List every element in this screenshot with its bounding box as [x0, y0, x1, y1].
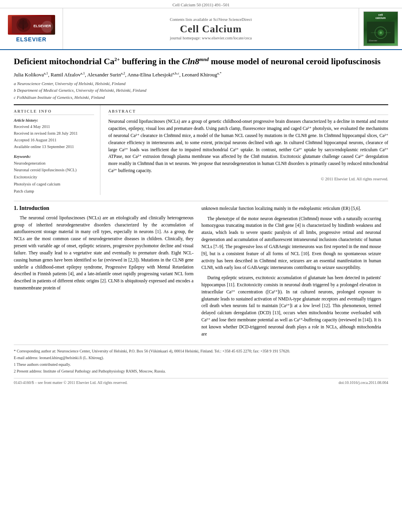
cover-title: cellcalcium [375, 13, 385, 20]
abstract-header: ABSTRACT [108, 109, 388, 115]
footnote-2: 1 These authors contributed equally. [14, 361, 388, 367]
affiliation-b: b Department of Medical Genetics, Univer… [14, 87, 388, 94]
article-container: Deficient mitochondrial Ca2+ buffering i… [0, 50, 402, 391]
affiliation-c: c Folkhälsan Institute of Genetics, Hels… [14, 94, 388, 101]
main-body: 1. Introduction The neuronal ceroid lipo… [14, 201, 388, 341]
abstract-column: ABSTRACT Neuronal ceroid lipofuscinoses … [108, 105, 388, 195]
affiliations: a Neuroscience Center, University of Hel… [14, 80, 388, 101]
keyword-3: Excitotoxicity [14, 174, 94, 181]
footnote-email: E-mail address: leonard.khirug@helsinki.… [14, 355, 388, 361]
received-revised-date: Received in revised form 28 July 2011 [14, 130, 94, 137]
citation-text: Cell Calcium 50 (2011) 491–501 [172, 2, 230, 7]
svg-point-4 [18, 21, 28, 29]
elsevier-logo-section: ELSEVIER ELSEVIER [0, 8, 63, 49]
keyword-4: Photolysis of caged calcium [14, 181, 94, 188]
keyword-2: Neuronal ceroid lipofuscinosis (NCL) [14, 167, 94, 174]
available-online-date: Available online 13 September 2011 [14, 144, 94, 150]
svg-text:ELSEVIER: ELSEVIER [33, 24, 51, 28]
keyword-5: Patch clamp [14, 188, 94, 195]
body-left-column: 1. Introduction The neuronal ceroid lipo… [14, 205, 193, 341]
journal-cover-image: cellcalcium Elsevier [363, 11, 398, 46]
journal-title-section: Contents lists available at SciVerse Sci… [63, 8, 359, 49]
sciverse-text: Contents lists available at SciVerse Sci… [170, 17, 252, 22]
received-date: Received 4 May 2011 [14, 124, 94, 130]
article-info-column: ARTICLE INFO Article history: Received 4… [14, 105, 100, 195]
top-citation-bar: Cell Calcium 50 (2011) 491–501 [0, 0, 402, 8]
footnote-3: 2 Present address: Institute of General … [14, 368, 388, 374]
intro-paragraph-1: The neuronal ceroid lipofuscinoses (NCLs… [14, 215, 193, 292]
footnotes-section: * Corresponding author at: Neuroscience … [14, 345, 388, 374]
copyright-line: © 2011 Elsevier Ltd. All rights reserved… [108, 177, 388, 181]
keywords-section: Keywords: Neurodegeneration Neuronal cer… [14, 154, 94, 195]
footnote-1: * Corresponding author at: Neuroscience … [14, 348, 388, 354]
svg-point-9 [380, 32, 382, 34]
journal-homepage: journal homepage: www.elsevier.com/locat… [170, 36, 252, 40]
article-info-abstract: ARTICLE INFO Article history: Received 4… [14, 104, 388, 195]
journal-header: ELSEVIER ELSEVIER Contents lists availab… [0, 8, 402, 50]
journal-title: Cell Calcium [180, 23, 242, 35]
intro-paragraph-2: unknown molecular function localizing ma… [201, 205, 381, 338]
bottom-bar: 0143-4160/$ – see front matter © 2011 El… [14, 378, 388, 385]
page-wrapper: Cell Calcium 50 (2011) 491–501 ELSEVIER … [0, 0, 402, 391]
body-right-column: unknown molecular function localizing ma… [201, 205, 381, 341]
svg-text:Elsevier: Elsevier [369, 39, 377, 42]
keyword-1: Neurodegeneration [14, 160, 94, 167]
accepted-date: Accepted 16 August 2011 [14, 137, 94, 144]
introduction-title: 1. Introduction [14, 205, 193, 211]
keywords-label: Keywords: [14, 154, 94, 159]
affiliation-a: a Neuroscience Center, University of Hel… [14, 80, 388, 87]
elsevier-logo-image: ELSEVIER [8, 15, 55, 35]
article-info-header: ARTICLE INFO [14, 109, 94, 115]
journal-cover-section: cellcalcium Elsevier [359, 8, 402, 49]
history-label: Article history: [14, 118, 94, 122]
doi-line: doi:10.1016/j.ceca.2011.08.004 [339, 380, 388, 385]
article-title: Deficient mitochondrial Ca2+ buffering i… [14, 56, 388, 67]
abstract-text: Neuronal ceroid lipofuscinoses (NCLs) ar… [108, 118, 388, 174]
authors-line: Julia Kolikovaa,1, Ramil Afzalova,1, Ale… [14, 71, 388, 78]
cover-artwork: Elsevier [367, 22, 395, 43]
elsevier-logo: ELSEVIER ELSEVIER [8, 15, 55, 43]
elsevier-wordmark: ELSEVIER [16, 36, 46, 43]
issn-line: 0143-4160/$ – see front matter © 2011 El… [14, 380, 128, 385]
